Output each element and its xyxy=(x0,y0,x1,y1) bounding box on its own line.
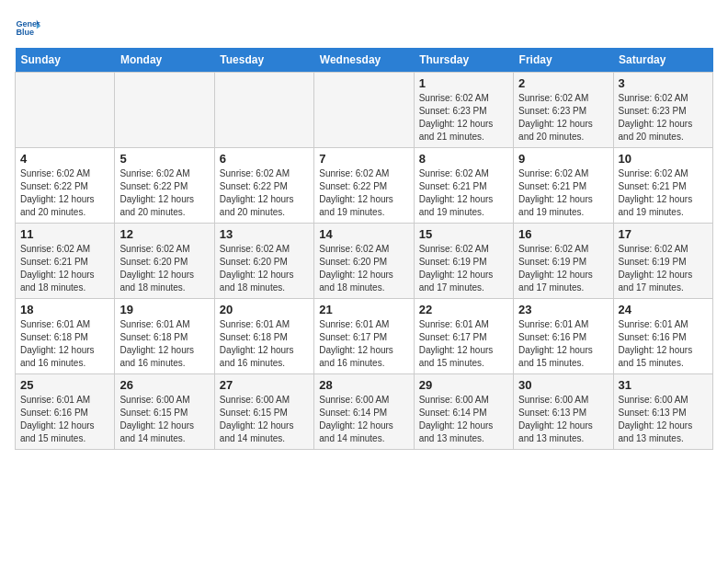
day-number: 4 xyxy=(20,152,109,166)
calendar-cell: 12Sunrise: 6:02 AM Sunset: 6:20 PM Dayli… xyxy=(115,224,214,299)
calendar-week-row: 25Sunrise: 6:01 AM Sunset: 6:16 PM Dayli… xyxy=(16,374,713,450)
day-number: 1 xyxy=(419,76,508,90)
calendar-cell: 17Sunrise: 6:02 AM Sunset: 6:19 PM Dayli… xyxy=(613,224,712,299)
day-info: Sunrise: 6:00 AM Sunset: 6:15 PM Dayligh… xyxy=(220,394,309,445)
calendar-table: SundayMondayTuesdayWednesdayThursdayFrid… xyxy=(15,48,713,450)
calendar-cell: 15Sunrise: 6:02 AM Sunset: 6:19 PM Dayli… xyxy=(414,224,513,299)
day-number: 7 xyxy=(319,152,408,166)
calendar-cell: 4Sunrise: 6:02 AM Sunset: 6:22 PM Daylig… xyxy=(16,148,115,224)
day-info: Sunrise: 6:02 AM Sunset: 6:22 PM Dayligh… xyxy=(119,167,209,219)
logo-icon: General Blue xyxy=(15,15,40,40)
calendar-cell: 18Sunrise: 6:01 AM Sunset: 6:18 PM Dayli… xyxy=(16,299,115,374)
calendar-cell: 7Sunrise: 6:02 AM Sunset: 6:22 PM Daylig… xyxy=(314,148,414,224)
day-number: 8 xyxy=(419,152,508,166)
day-info: Sunrise: 6:02 AM Sunset: 6:22 PM Dayligh… xyxy=(220,167,309,219)
calendar-cell: 30Sunrise: 6:00 AM Sunset: 6:13 PM Dayli… xyxy=(514,374,613,450)
day-info: Sunrise: 6:00 AM Sunset: 6:13 PM Dayligh… xyxy=(619,394,708,445)
day-info: Sunrise: 6:02 AM Sunset: 6:21 PM Dayligh… xyxy=(518,167,608,219)
day-info: Sunrise: 6:02 AM Sunset: 6:23 PM Dayligh… xyxy=(419,92,508,144)
calendar-cell xyxy=(214,73,313,148)
day-info: Sunrise: 6:02 AM Sunset: 6:19 PM Dayligh… xyxy=(619,243,708,294)
calendar-cell: 31Sunrise: 6:00 AM Sunset: 6:13 PM Dayli… xyxy=(613,374,712,450)
calendar-week-row: 18Sunrise: 6:01 AM Sunset: 6:18 PM Dayli… xyxy=(16,299,713,374)
day-number: 20 xyxy=(220,303,309,316)
day-number: 13 xyxy=(220,227,309,241)
day-number: 16 xyxy=(518,227,608,241)
weekday-header-sunday: Sunday xyxy=(16,48,115,73)
calendar-cell: 10Sunrise: 6:02 AM Sunset: 6:21 PM Dayli… xyxy=(613,148,712,224)
calendar-cell xyxy=(314,73,414,148)
day-number: 30 xyxy=(518,378,608,392)
calendar-cell: 22Sunrise: 6:01 AM Sunset: 6:17 PM Dayli… xyxy=(414,299,513,374)
calendar-week-row: 1Sunrise: 6:02 AM Sunset: 6:23 PM Daylig… xyxy=(16,73,713,148)
day-number: 21 xyxy=(319,303,408,316)
day-info: Sunrise: 6:02 AM Sunset: 6:20 PM Dayligh… xyxy=(319,243,408,294)
day-info: Sunrise: 6:02 AM Sunset: 6:21 PM Dayligh… xyxy=(20,243,109,294)
day-info: Sunrise: 6:02 AM Sunset: 6:20 PM Dayligh… xyxy=(119,243,209,294)
weekday-header-thursday: Thursday xyxy=(414,48,513,73)
calendar-cell: 26Sunrise: 6:00 AM Sunset: 6:15 PM Dayli… xyxy=(115,374,214,450)
day-info: Sunrise: 6:01 AM Sunset: 6:17 PM Dayligh… xyxy=(419,318,508,370)
calendar-cell: 11Sunrise: 6:02 AM Sunset: 6:21 PM Dayli… xyxy=(16,224,115,299)
day-number: 27 xyxy=(220,378,309,392)
calendar-cell: 8Sunrise: 6:02 AM Sunset: 6:21 PM Daylig… xyxy=(414,148,513,224)
day-number: 2 xyxy=(518,76,608,90)
day-info: Sunrise: 6:01 AM Sunset: 6:18 PM Dayligh… xyxy=(20,318,109,370)
calendar-cell: 3Sunrise: 6:02 AM Sunset: 6:23 PM Daylig… xyxy=(613,73,712,148)
header: General Blue xyxy=(15,15,713,40)
day-info: Sunrise: 6:01 AM Sunset: 6:18 PM Dayligh… xyxy=(119,318,209,370)
calendar-cell: 1Sunrise: 6:02 AM Sunset: 6:23 PM Daylig… xyxy=(414,73,513,148)
calendar-cell: 23Sunrise: 6:01 AM Sunset: 6:16 PM Dayli… xyxy=(514,299,613,374)
calendar-cell: 14Sunrise: 6:02 AM Sunset: 6:20 PM Dayli… xyxy=(314,224,414,299)
day-number: 6 xyxy=(220,152,309,166)
calendar-cell: 27Sunrise: 6:00 AM Sunset: 6:15 PM Dayli… xyxy=(214,374,313,450)
calendar-cell xyxy=(16,73,115,148)
day-info: Sunrise: 6:02 AM Sunset: 6:19 PM Dayligh… xyxy=(518,243,608,294)
day-number: 5 xyxy=(119,152,209,166)
day-info: Sunrise: 6:00 AM Sunset: 6:14 PM Dayligh… xyxy=(419,394,508,445)
day-info: Sunrise: 6:02 AM Sunset: 6:20 PM Dayligh… xyxy=(220,243,309,294)
day-number: 29 xyxy=(419,378,508,392)
day-number: 14 xyxy=(319,227,408,241)
day-number: 22 xyxy=(419,303,508,316)
day-info: Sunrise: 6:02 AM Sunset: 6:22 PM Dayligh… xyxy=(319,167,408,219)
day-number: 19 xyxy=(119,303,209,316)
calendar-cell: 16Sunrise: 6:02 AM Sunset: 6:19 PM Dayli… xyxy=(514,224,613,299)
calendar-cell: 19Sunrise: 6:01 AM Sunset: 6:18 PM Dayli… xyxy=(115,299,214,374)
day-info: Sunrise: 6:02 AM Sunset: 6:22 PM Dayligh… xyxy=(20,167,109,219)
svg-text:Blue: Blue xyxy=(16,28,34,37)
weekday-header-wednesday: Wednesday xyxy=(314,48,414,73)
day-info: Sunrise: 6:00 AM Sunset: 6:15 PM Dayligh… xyxy=(119,394,209,445)
day-number: 26 xyxy=(119,378,209,392)
day-info: Sunrise: 6:00 AM Sunset: 6:14 PM Dayligh… xyxy=(319,394,408,445)
day-info: Sunrise: 6:01 AM Sunset: 6:18 PM Dayligh… xyxy=(220,318,309,370)
calendar-cell: 20Sunrise: 6:01 AM Sunset: 6:18 PM Dayli… xyxy=(214,299,313,374)
day-number: 9 xyxy=(518,152,608,166)
weekday-header-saturday: Saturday xyxy=(613,48,712,73)
weekday-header-monday: Monday xyxy=(115,48,214,73)
day-info: Sunrise: 6:01 AM Sunset: 6:16 PM Dayligh… xyxy=(20,394,109,445)
calendar-cell: 28Sunrise: 6:00 AM Sunset: 6:14 PM Dayli… xyxy=(314,374,414,450)
calendar-cell: 9Sunrise: 6:02 AM Sunset: 6:21 PM Daylig… xyxy=(514,148,613,224)
weekday-header-row: SundayMondayTuesdayWednesdayThursdayFrid… xyxy=(16,48,713,73)
weekday-header-friday: Friday xyxy=(514,48,613,73)
day-number: 31 xyxy=(619,378,708,392)
calendar-cell: 24Sunrise: 6:01 AM Sunset: 6:16 PM Dayli… xyxy=(613,299,712,374)
day-number: 18 xyxy=(20,303,109,316)
day-number: 17 xyxy=(619,227,708,241)
day-number: 28 xyxy=(319,378,408,392)
day-number: 10 xyxy=(619,152,708,166)
day-info: Sunrise: 6:01 AM Sunset: 6:16 PM Dayligh… xyxy=(518,318,608,370)
calendar-week-row: 4Sunrise: 6:02 AM Sunset: 6:22 PM Daylig… xyxy=(16,148,713,224)
day-info: Sunrise: 6:02 AM Sunset: 6:19 PM Dayligh… xyxy=(419,243,508,294)
day-info: Sunrise: 6:02 AM Sunset: 6:21 PM Dayligh… xyxy=(619,167,708,219)
day-number: 23 xyxy=(518,303,608,316)
calendar-cell: 5Sunrise: 6:02 AM Sunset: 6:22 PM Daylig… xyxy=(115,148,214,224)
calendar-cell: 6Sunrise: 6:02 AM Sunset: 6:22 PM Daylig… xyxy=(214,148,313,224)
weekday-header-tuesday: Tuesday xyxy=(214,48,313,73)
calendar-week-row: 11Sunrise: 6:02 AM Sunset: 6:21 PM Dayli… xyxy=(16,224,713,299)
day-number: 15 xyxy=(419,227,508,241)
day-info: Sunrise: 6:02 AM Sunset: 6:21 PM Dayligh… xyxy=(419,167,508,219)
calendar-cell: 2Sunrise: 6:02 AM Sunset: 6:23 PM Daylig… xyxy=(514,73,613,148)
day-number: 3 xyxy=(619,76,708,90)
